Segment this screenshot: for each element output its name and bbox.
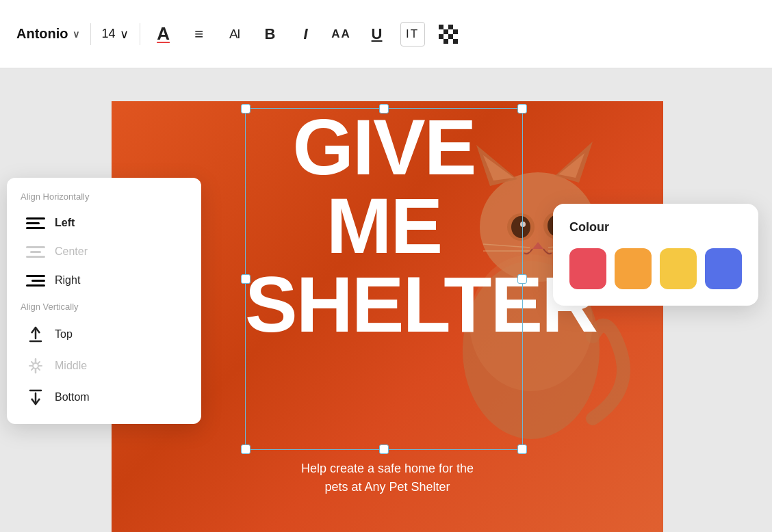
align-center-item[interactable]: Center xyxy=(12,237,196,266)
font-name-label: Antonio xyxy=(16,26,68,42)
align-dropdown: Align Horizontally Left Center xyxy=(7,178,201,424)
colour-panel: Colour xyxy=(553,204,758,306)
font-size-selector[interactable]: 14 ∨ xyxy=(102,27,129,42)
svg-rect-9 xyxy=(443,34,448,39)
font-name-selector[interactable]: Antonio ∨ xyxy=(16,26,79,42)
bold-button[interactable]: B xyxy=(258,22,283,46)
toolbar-divider-1 xyxy=(90,23,91,45)
colour-swatch-red[interactable] xyxy=(569,248,606,289)
colour-swatch-blue[interactable] xyxy=(705,248,742,289)
align-bottom-item[interactable]: Bottom xyxy=(12,382,196,413)
canvas-area: GIVE ME SHELTER Help create a safe home … xyxy=(0,68,772,532)
svg-line-42 xyxy=(38,368,40,370)
svg-rect-15 xyxy=(453,39,458,44)
colour-panel-title: Colour xyxy=(569,220,742,235)
align-button[interactable]: ≡ xyxy=(187,22,211,46)
main-text-line3: SHELTER xyxy=(245,265,523,344)
align-horizontal-label: Align Horizontally xyxy=(7,191,201,209)
svg-line-39 xyxy=(31,362,34,364)
svg-rect-2 xyxy=(448,25,453,29)
svg-rect-13 xyxy=(443,39,448,44)
svg-line-40 xyxy=(38,362,40,364)
svg-rect-0 xyxy=(439,25,443,29)
main-text-line2: ME xyxy=(245,187,523,265)
align-middle-item[interactable]: Middle xyxy=(12,350,196,382)
align-right-label: Right xyxy=(55,274,80,287)
svg-rect-10 xyxy=(448,34,453,39)
font-case-button[interactable]: Al xyxy=(222,22,247,46)
svg-line-41 xyxy=(31,368,34,370)
align-middle-icon xyxy=(26,357,45,375)
canvas-main-text: GIVE ME SHELTER xyxy=(245,108,523,344)
font-size-label: 14 xyxy=(102,27,116,41)
subtitle-line1: Help create a safe home for the xyxy=(112,460,663,478)
checkerboard-icon xyxy=(439,25,458,44)
align-bottom-icon xyxy=(26,388,45,406)
svg-rect-3 xyxy=(453,25,458,29)
align-bottom-label: Bottom xyxy=(55,391,90,403)
align-top-item[interactable]: Top xyxy=(12,319,196,350)
toolbar-divider-2 xyxy=(140,23,140,45)
svg-rect-4 xyxy=(439,29,443,34)
align-right-icon xyxy=(26,273,45,288)
font-size-chevron: ∨ xyxy=(120,27,129,42)
align-center-label: Center xyxy=(55,245,88,258)
colour-swatch-yellow[interactable] xyxy=(660,248,697,289)
align-left-label: Left xyxy=(55,217,75,229)
align-left-item[interactable]: Left xyxy=(12,209,196,237)
checkerboard-button[interactable] xyxy=(436,22,461,46)
underline-button[interactable]: U xyxy=(365,22,389,46)
align-center-icon xyxy=(26,244,45,259)
svg-rect-14 xyxy=(448,39,453,44)
font-name-chevron: ∨ xyxy=(73,29,79,40)
align-top-label: Top xyxy=(55,328,73,341)
subtitle-line2: pets at Any Pet Shelter xyxy=(112,478,663,496)
colour-swatch-orange[interactable] xyxy=(615,248,652,289)
font-color-button[interactable]: A xyxy=(151,22,176,46)
align-left-icon xyxy=(26,215,45,230)
svg-rect-6 xyxy=(448,29,453,34)
align-middle-label: Middle xyxy=(55,360,87,372)
svg-rect-5 xyxy=(443,29,448,34)
align-vertical-label: Align Vertically xyxy=(7,302,201,319)
svg-rect-8 xyxy=(439,34,443,39)
colour-swatches-container xyxy=(569,248,742,289)
letter-spacing-button[interactable]: AA xyxy=(329,22,354,46)
svg-rect-11 xyxy=(453,34,458,39)
svg-rect-7 xyxy=(453,29,458,34)
tracking-button[interactable]: IT xyxy=(400,22,425,46)
align-top-icon xyxy=(26,325,45,343)
align-right-item[interactable]: Right xyxy=(12,266,196,295)
svg-rect-1 xyxy=(443,25,448,29)
svg-rect-12 xyxy=(439,39,443,44)
italic-button[interactable]: I xyxy=(294,22,318,46)
toolbar: Antonio ∨ 14 ∨ A ≡ Al B I AA U IT xyxy=(0,0,772,68)
main-text-line1: GIVE xyxy=(245,108,523,187)
canvas-subtitle: Help create a safe home for the pets at … xyxy=(112,460,663,496)
